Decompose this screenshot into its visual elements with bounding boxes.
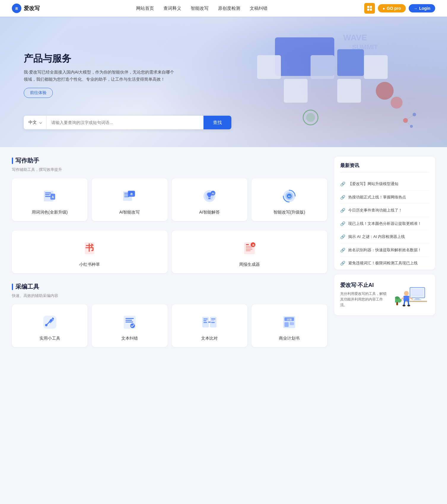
tool-label: 用词润色(全新升级) [32, 210, 68, 215]
tool-word-polish[interactable]: A 用词润色(全新升级) [12, 178, 88, 221]
news-item-1[interactable]: 🔗 热搜功能正式上线！掌握网络热点 [340, 191, 429, 204]
svg-rect-22 [45, 193, 51, 193]
news-text: 热搜功能正式上线！掌握网络热点 [348, 194, 406, 200]
svg-rect-56 [125, 318, 134, 319]
left-column: 写作助手 写作辅助工具，撰写效率提升 A [12, 157, 327, 357]
svg-rect-49 [246, 250, 251, 251]
svg-rect-78 [413, 299, 421, 300]
svg-rect-30 [124, 196, 129, 197]
search-input[interactable] [47, 116, 203, 129]
svg-text:改: 改 [130, 193, 133, 195]
svg-rect-5 [311, 55, 334, 79]
news-panel: 最新资讯 🔗 【爱改写】网站升级模型通知 🔗 热搜功能正式上线！掌握网络热点 🔗… [334, 157, 435, 270]
link-icon: 🔗 [340, 234, 345, 239]
writing-tools-grid-row2: 书 小红书种草 [12, 230, 327, 273]
tool-label: 商业计划书 [279, 336, 300, 341]
promo-text: 爱改写·不止AI 充分利用爱改写的工具，解锁其功能并利用您的内容工作流。 [340, 282, 388, 308]
svg-text:周: 周 [252, 244, 254, 246]
tool-smart-rewrite-pro[interactable]: AI 智能改写(升级版) [252, 178, 327, 221]
nav-rewrite[interactable]: 智能改写 [191, 6, 209, 11]
login-button[interactable]: → Login [409, 4, 435, 12]
hero-cta-button[interactable]: 前往体验 [24, 88, 53, 98]
svg-rect-76 [411, 289, 423, 296]
news-item-4[interactable]: 🔗 揭示 AI 之谜：AI 内容检测器上线 [340, 230, 429, 244]
tool-ai-rewrite[interactable]: 改 AI智能改写 [92, 178, 167, 221]
tool-label: 实用小工具 [39, 336, 60, 341]
news-text: 现已上线！文本颜色分析器让提取更精准！ [348, 221, 421, 227]
main-nav: 网站首页 查词释义 智能改写 原创度检测 文稿纠错 [136, 6, 268, 11]
promo-subtitle: 充分利用爱改写的工具，解锁其功能并利用您的内容工作流。 [340, 291, 388, 308]
news-item-2[interactable]: 🔗 今日历史事件查询功能上线了！ [340, 204, 429, 217]
nav-proofread[interactable]: 文稿纠错 [250, 6, 268, 11]
svg-rect-58 [125, 322, 133, 322]
tool-weekly-report[interactable]: 周 周报生成器 [172, 230, 327, 273]
main-content: 写作助手 写作辅助工具，撰写效率提升 A [0, 147, 447, 366]
svg-text:计划: 计划 [287, 318, 292, 321]
svg-rect-65 [211, 319, 215, 319]
news-item-3[interactable]: 🔗 现已上线！文本颜色分析器让提取更精准！ [340, 217, 429, 230]
nav-home[interactable]: 网站首页 [136, 6, 154, 11]
hero-decoration: WAVE SUMMIT [251, 31, 429, 138]
weekly-report-icon: 周 [240, 239, 259, 258]
logo[interactable]: 改 爱改写 [12, 4, 40, 13]
link-icon: 🔗 [340, 195, 345, 200]
tool-text-compare[interactable]: 文本比对 [172, 304, 247, 347]
language-selector[interactable]: 中文 [24, 116, 47, 129]
news-item-0[interactable]: 🔗 【爱改写】网站升级模型通知 [340, 177, 429, 191]
svg-text:WAVE: WAVE [343, 33, 367, 42]
writing-tools-subtitle: 写作辅助工具，撰写效率提升 [12, 167, 327, 172]
svg-point-53 [45, 324, 47, 326]
news-item-5[interactable]: 🔗 姓名识别利器：快速提取和解析姓名数据！ [340, 244, 429, 257]
svg-rect-8 [337, 49, 364, 76]
media-tools-section: 采编工具 快速、高效的辅助采编内容 [12, 283, 327, 347]
word-polish-icon: A [40, 187, 59, 206]
media-tools-subtitle: 快速、高效的辅助采编内容 [12, 293, 327, 298]
accent-bar [12, 158, 13, 164]
svg-rect-67 [211, 322, 215, 323]
svg-text:改: 改 [15, 7, 18, 10]
header-actions: ● GO pro → Login [364, 3, 435, 14]
svg-rect-4 [284, 79, 308, 103]
nav-query[interactable]: 查词释义 [163, 6, 181, 11]
promo-card: 爱改写·不止AI 充分利用爱改写的工具，解锁其功能并利用您的内容工作流。 [334, 274, 435, 315]
tool-practical-tools[interactable]: 实用小工具 [12, 304, 88, 347]
link-icon: 🔗 [340, 261, 345, 265]
svg-text:AI: AI [212, 192, 214, 195]
news-text: 【爱改写】网站升级模型通知 [348, 181, 398, 187]
search-bar: 中文 查找 [24, 116, 231, 129]
hero-content: 产品与服务 我·爱改写已经全面接入国内AI大模型，作为你的智能伙伴，无论您的需求… [24, 52, 178, 98]
writing-tools-section: 写作助手 写作辅助工具，撰写效率提升 A [12, 157, 327, 273]
svg-text:SUMMIT: SUMMIT [352, 43, 378, 51]
svg-text:A: A [52, 195, 54, 199]
media-tools-grid: 实用小工具 文本纠错 [12, 304, 327, 347]
tool-business-plan[interactable]: 计划 商业计划书 [252, 304, 327, 347]
svg-rect-73 [290, 322, 294, 325]
smart-rewrite-pro-icon: AI [280, 187, 299, 206]
link-icon: 🔗 [340, 182, 345, 186]
chevron-down-icon [39, 121, 42, 124]
lang-label: 中文 [28, 120, 37, 125]
search-button[interactable]: 查找 [203, 116, 231, 129]
svg-rect-63 [203, 320, 206, 321]
tool-xiaohongshu[interactable]: 书 小红书种草 [12, 230, 168, 273]
news-item-6[interactable]: 🔗 避免违规词汇！极限词检测工具现已上线 [340, 257, 429, 270]
practical-tools-icon [40, 313, 59, 332]
svg-text:书: 书 [85, 243, 94, 252]
apps-grid-button[interactable] [364, 3, 375, 14]
svg-rect-23 [45, 194, 50, 195]
svg-rect-47 [246, 247, 252, 248]
svg-rect-66 [211, 320, 214, 321]
svg-rect-45 [246, 244, 249, 245]
go-pro-button[interactable]: ● GO pro [378, 4, 406, 12]
svg-rect-48 [246, 249, 252, 250]
svg-rect-7 [364, 55, 388, 79]
hero-section: WAVE SUMMIT 产品与服务 我·爱改写已经全面接入国内AI大模型，作为你… [0, 17, 447, 147]
hero-subtitle: 我·爱改写已经全面接入国内AI大模型，作为你的智能伙伴，无论您的需求来自哪个领域… [24, 69, 178, 83]
svg-rect-24 [45, 196, 50, 197]
svg-point-9 [376, 82, 394, 100]
tool-ai-answer[interactable]: AI AI智能解答 [172, 178, 247, 221]
tool-label: 文本纠错 [121, 336, 138, 341]
svg-rect-3 [257, 55, 281, 79]
nav-originality[interactable]: 原创度检测 [218, 6, 240, 11]
tool-text-proofread[interactable]: 文本纠错 [92, 304, 167, 347]
